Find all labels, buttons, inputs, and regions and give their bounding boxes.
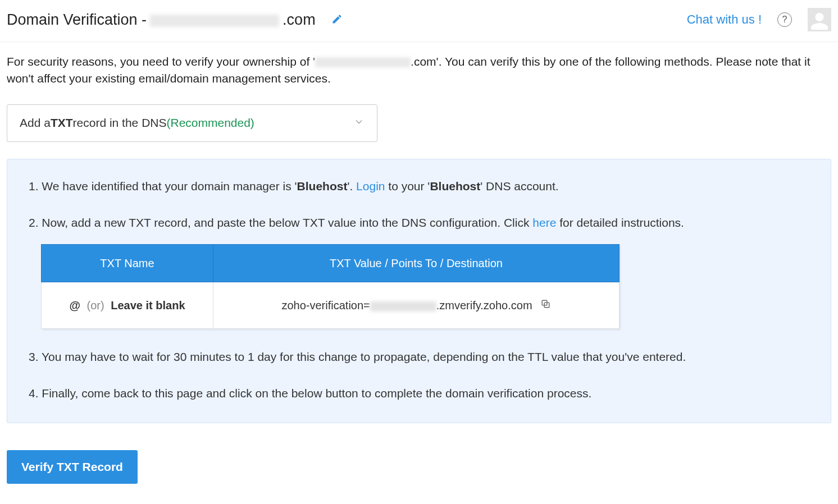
domain-suffix: .com [283, 11, 316, 29]
th-txt-name: TXT Name [42, 244, 213, 282]
here-link[interactable]: here [532, 216, 556, 229]
domain-redacted [150, 15, 279, 27]
td-txt-name: @ (or) Leave it blank [42, 282, 213, 328]
recommended-label: (Recommended) [166, 116, 254, 130]
step-2: 2. Now, add a new TXT record, and paste … [29, 214, 809, 329]
txt-code-redacted [370, 301, 436, 311]
step-3: 3. You may have to wait for 30 minutes t… [29, 348, 809, 366]
chat-link[interactable]: Chat with us ! [687, 12, 762, 27]
th-txt-value: TXT Value / Points To / Destination [213, 244, 620, 282]
edit-icon[interactable] [331, 11, 343, 29]
title-prefix: Domain Verification - [7, 11, 147, 29]
instructions-panel: 1. We have identified that your domain m… [7, 159, 831, 423]
step-4: 4. Finally, come back to this page and c… [29, 384, 809, 402]
help-icon[interactable]: ? [777, 12, 792, 27]
avatar[interactable] [808, 8, 831, 31]
verification-method-select[interactable]: Add a TXT record in the DNS (Recommended… [7, 104, 377, 142]
login-link[interactable]: Login [356, 180, 385, 193]
chevron-down-icon [353, 116, 365, 130]
page-header: Domain Verification - .com Chat with us … [0, 0, 838, 42]
verify-txt-button[interactable]: Verify TXT Record [7, 450, 138, 484]
txt-record-table: TXT Name TXT Value / Points To / Destina… [41, 244, 620, 329]
intro-domain-redacted [315, 57, 411, 67]
intro-text: For security reasons, you need to verify… [7, 53, 831, 88]
step-1: 1. We have identified that your domain m… [29, 177, 809, 195]
page-title: Domain Verification - .com [7, 11, 343, 29]
td-txt-value: zoho-verification=.zmverify.zoho.com [213, 282, 620, 328]
content: For security reasons, you need to verify… [0, 42, 838, 501]
copy-icon[interactable] [540, 297, 551, 314]
table-row: @ (or) Leave it blank zoho-verification=… [42, 282, 620, 328]
